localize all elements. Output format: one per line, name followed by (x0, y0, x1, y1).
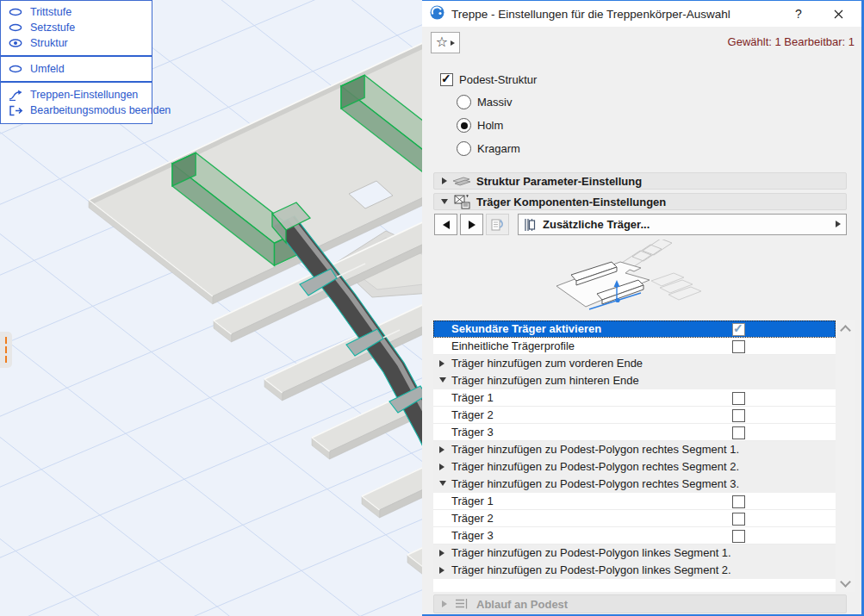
radio-label: Massiv (477, 96, 512, 109)
row-checkbox[interactable] (732, 392, 745, 405)
palette-item-bearbeitungsmodus-beenden[interactable]: Bearbeitungsmodus beenden (1, 103, 152, 118)
table-row[interactable]: Träger 3 (433, 424, 836, 441)
3d-viewport[interactable]: TrittstufeSetzstufeStrukturUmfeldTreppen… (0, 0, 422, 616)
dialog-title: Treppe - Einstellungen für die Treppenkö… (451, 8, 730, 21)
podest-struktur-label: Podest-Struktur (459, 73, 537, 86)
palette-item-trittstufe[interactable]: Trittstufe (1, 4, 152, 20)
beam-list: Sekundäre Träger aktivierenEinheitliche … (433, 320, 836, 592)
row-label: Träger 2 (451, 408, 494, 421)
section-label: Ablauf an Podest (476, 598, 568, 611)
scroll-down-icon[interactable] (840, 576, 851, 588)
collapsed-arrow-icon[interactable] (439, 550, 444, 557)
table-row[interactable]: Träger hinzufügen zu Podest-Polygon link… (433, 562, 836, 579)
table-row[interactable]: Sekundäre Träger aktivieren (433, 320, 836, 338)
row-label: Träger hinzufügen zu Podest-Polygon rech… (451, 477, 739, 490)
row-checkbox[interactable] (732, 340, 745, 353)
expanded-arrow-icon[interactable] (439, 377, 446, 383)
additional-beams-dropdown[interactable]: Zusätzliche Träger... (518, 214, 847, 235)
eye-open-icon (7, 38, 24, 48)
row-checkbox[interactable] (732, 530, 745, 543)
radio-label: Kragarm (477, 142, 520, 155)
eye-closed-icon (7, 22, 24, 33)
section-ablauf-an-podest[interactable]: Ablauf an Podest (433, 594, 847, 613)
star-icon: ☆ (436, 35, 448, 49)
section-label: Träger Komponenten-Einstellungen (476, 196, 666, 208)
table-filler (433, 579, 836, 592)
table-row[interactable]: Einheitliche Trägerprofile (433, 338, 836, 355)
table-row[interactable]: Träger 1 (433, 389, 836, 407)
table-row[interactable]: Träger hinzufügen zum vorderen Ende (433, 355, 836, 372)
palette-separator (1, 55, 152, 57)
favorites-button[interactable]: ☆ (431, 32, 460, 53)
row-checkbox[interactable] (732, 426, 745, 439)
row-checkbox[interactable] (732, 513, 745, 526)
row-label: Träger hinzufügen zu Podest-Polygon link… (451, 563, 731, 576)
section-struktur-parameter[interactable]: Struktur Parameter-Einstellung (433, 172, 847, 190)
radio-button[interactable] (457, 95, 471, 109)
row-checkbox[interactable] (732, 409, 745, 422)
row-label: Träger 1 (451, 391, 494, 404)
dropdown-label: Zusätzliche Träger... (543, 218, 650, 231)
radio-button[interactable] (457, 141, 471, 156)
expanded-arrow-icon (441, 199, 448, 204)
table-row[interactable]: Träger hinzufügen zum hinteren Ende (433, 372, 836, 389)
row-label: Träger hinzufügen zum hinteren Ende (451, 374, 639, 387)
row-checkbox[interactable] (732, 495, 745, 508)
row-label: Träger hinzufügen zu Podest-Polygon link… (451, 546, 731, 559)
table-row[interactable]: Träger hinzufügen zu Podest-Polygon rech… (433, 441, 836, 458)
arrow-left-icon (443, 221, 450, 229)
flyout-arrow-icon (451, 40, 455, 46)
palette-item-struktur[interactable]: Struktur (1, 35, 152, 51)
palette-item-treppen-einstellungen[interactable]: Treppen-Einstellungen (1, 87, 152, 103)
list-icon (451, 598, 473, 610)
close-icon[interactable] (824, 1, 853, 27)
row-label: Träger hinzufügen zu Podest-Polygon rech… (451, 460, 739, 473)
collapsed-arrow-icon[interactable] (439, 360, 444, 367)
row-label: Sekundäre Träger aktivieren (451, 322, 601, 335)
podest-struktur-checkbox[interactable] (440, 73, 453, 86)
radio-button[interactable] (457, 118, 471, 133)
stair-settings-dialog: Treppe - Einstellungen für die Treppenkö… (422, 0, 864, 616)
beam-column-icon (524, 218, 537, 232)
table-row[interactable]: Träger 2 (433, 510, 836, 527)
collapsed-arrow-icon[interactable] (439, 567, 444, 574)
row-checkbox[interactable] (732, 323, 745, 336)
archicad-logo-icon (430, 5, 444, 22)
radio-option-kragarm[interactable]: Kragarm (457, 137, 520, 160)
table-row[interactable]: Träger hinzufügen zu Podest-Polygon rech… (433, 476, 836, 493)
collapsed-arrow-icon (442, 600, 447, 607)
section-traeger-komponenten[interactable]: Träger Komponenten-Einstellungen (433, 193, 847, 210)
structure-radio-group: MassivHolmKragarm (457, 90, 520, 160)
table-row[interactable]: Träger hinzufügen zu Podest-Polygon link… (433, 544, 836, 562)
table-row[interactable]: Träger 1 (433, 493, 836, 510)
row-label: Träger 1 (451, 495, 494, 507)
row-label: Träger hinzufügen zu Podest-Polygon rech… (451, 443, 739, 456)
palette-item-setzstufe[interactable]: Setzstufe (1, 20, 152, 35)
collapsed-arrow-icon[interactable] (439, 464, 444, 470)
row-label: Träger 3 (451, 426, 494, 439)
radio-label: Holm (477, 119, 503, 132)
transfer-settings-button[interactable] (486, 214, 509, 235)
scroll-up-icon[interactable] (840, 325, 851, 336)
row-label: Träger hinzufügen zum vorderen Ende (451, 357, 643, 370)
palette-handle[interactable] (0, 332, 12, 368)
radio-option-massiv[interactable]: Massiv (457, 90, 520, 114)
beam-components-icon (451, 195, 473, 209)
expanded-arrow-icon[interactable] (439, 481, 446, 486)
radio-option-holm[interactable]: Holm (457, 114, 520, 137)
prev-beam-button[interactable] (434, 214, 457, 235)
collapsed-arrow-icon[interactable] (439, 446, 444, 453)
beam-list-scrollbar[interactable] (836, 320, 855, 592)
selection-status: Gewählt: 1 Bearbeitbar: 1 (728, 35, 855, 48)
palette-item-umfeld[interactable]: Umfeld (1, 61, 152, 77)
beam-preview-image (543, 240, 775, 320)
eye-closed-icon (7, 7, 24, 17)
section-label: Struktur Parameter-Einstellung (476, 175, 642, 188)
help-button[interactable]: ? (784, 1, 813, 27)
table-row[interactable]: Träger hinzufügen zu Podest-Polygon rech… (433, 458, 836, 476)
table-row[interactable]: Träger 3 (433, 527, 836, 544)
podest-struktur-option[interactable]: Podest-Struktur (440, 73, 537, 86)
stair-settings-icon (7, 89, 24, 101)
next-beam-button[interactable] (460, 214, 483, 235)
table-row[interactable]: Träger 2 (433, 407, 836, 424)
